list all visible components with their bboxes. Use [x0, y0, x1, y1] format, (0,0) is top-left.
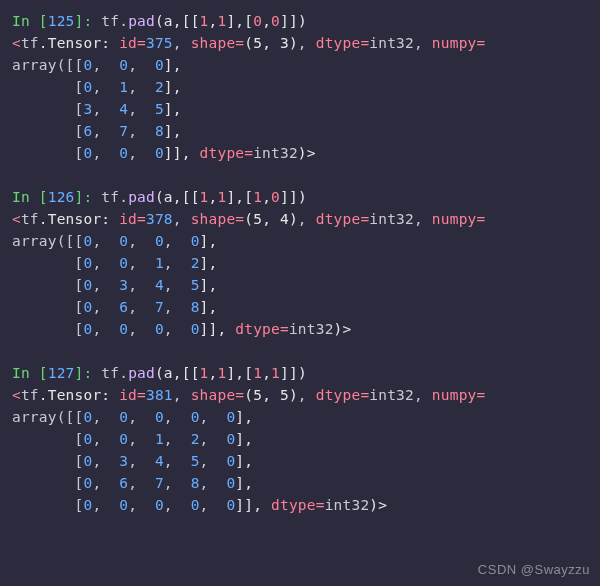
kw: dtype — [316, 387, 361, 403]
ident: tf — [21, 35, 39, 51]
prompt-label: In [ — [12, 365, 48, 381]
punct: , — [262, 365, 271, 381]
array-number: 0 — [119, 145, 128, 161]
array-number: 0 — [226, 453, 235, 469]
dot: . — [119, 365, 128, 381]
eq: = — [477, 35, 486, 51]
class-name: .Tensor: — [39, 35, 119, 51]
cell: In [125]: tf.pad(a,[[1,1],[0,0]])<tf.Ten… — [12, 10, 588, 164]
kw: numpy — [432, 35, 477, 51]
angle-bracket: < — [12, 35, 21, 51]
eq: = — [235, 387, 244, 403]
kw: id — [119, 387, 137, 403]
comma: , — [164, 497, 191, 513]
array-number: 2 — [155, 79, 164, 95]
number: 1 — [271, 365, 280, 381]
punct: (a,[[ — [155, 189, 200, 205]
kw: shape — [191, 211, 236, 227]
number: 0 — [271, 13, 280, 29]
row-open: [ — [12, 497, 83, 513]
ident: tf — [101, 13, 119, 29]
number: 1 — [253, 189, 262, 205]
func-name: pad — [128, 189, 155, 205]
row-open: [ — [12, 79, 83, 95]
comma: , — [164, 431, 191, 447]
array-number: 1 — [155, 431, 164, 447]
array-number: 0 — [119, 57, 128, 73]
code-line: In [125]: tf.pad(a,[[1,1],[0,0]]) — [12, 10, 588, 32]
code-line: [0, 0, 1, 2, 0], — [12, 428, 588, 450]
number: 1 — [200, 13, 209, 29]
array-number: 0 — [119, 431, 128, 447]
code-line: <tf.Tensor: id=378, shape=(5, 4), dtype=… — [12, 208, 588, 230]
ident: tf — [101, 189, 119, 205]
kw: dtype — [316, 35, 361, 51]
comma: , — [200, 497, 227, 513]
ident: tf — [101, 365, 119, 381]
comma: , — [414, 35, 432, 51]
number: 1 — [200, 189, 209, 205]
comma: , — [128, 431, 155, 447]
comma: , — [92, 431, 119, 447]
ident: tf — [21, 211, 39, 227]
array-number: 2 — [191, 431, 200, 447]
comma: , — [164, 233, 191, 249]
row-close: ], — [235, 409, 253, 425]
cell: In [127]: tf.pad(a,[[1,1],[1,1]])<tf.Ten… — [12, 362, 588, 516]
array-number: 0 — [191, 321, 200, 337]
array-number: 0 — [155, 409, 164, 425]
comma: , — [173, 211, 191, 227]
array-number: 4 — [119, 101, 128, 117]
row-close: ], — [200, 299, 218, 315]
array-number: 5 — [191, 453, 200, 469]
comma: , — [128, 321, 155, 337]
func-name: pad — [128, 13, 155, 29]
punct: ]]) — [280, 365, 307, 381]
prompt-label: ]: — [75, 189, 102, 205]
comma: , — [92, 145, 119, 161]
comma: , — [92, 123, 119, 139]
array-number: 0 — [226, 497, 235, 513]
shape: (5, 5) — [244, 387, 298, 403]
punct: (a,[[ — [155, 365, 200, 381]
array-number: 0 — [119, 321, 128, 337]
prompt-label: In [ — [12, 189, 48, 205]
array-number: 0 — [155, 321, 164, 337]
row-open: [ — [12, 145, 83, 161]
number: 375 — [146, 35, 173, 51]
class-name: .Tensor: — [39, 387, 119, 403]
row-close: ], — [164, 57, 182, 73]
comma: , — [92, 277, 119, 293]
comma: , — [92, 409, 119, 425]
array-number: 8 — [191, 299, 200, 315]
code-line: In [127]: tf.pad(a,[[1,1],[1,1]]) — [12, 362, 588, 384]
comma: , — [92, 79, 119, 95]
code-line: [3, 4, 5], — [12, 98, 588, 120]
prompt-number: 125 — [48, 13, 75, 29]
tensor-close: )> — [334, 321, 352, 337]
row-open: [ — [12, 299, 83, 315]
comma: , — [164, 277, 191, 293]
comma: , — [128, 255, 155, 271]
kw: shape — [191, 387, 236, 403]
comma: , — [92, 101, 119, 117]
array-head: array([[ — [12, 57, 83, 73]
code-line: In [126]: tf.pad(a,[[1,1],[1,0]]) — [12, 186, 588, 208]
eq: = — [280, 321, 289, 337]
code-line: [0, 0, 0, 0, 0]], dtype=int32)> — [12, 494, 588, 516]
kw: numpy — [432, 387, 477, 403]
comma: , — [200, 475, 227, 491]
eq: = — [137, 387, 146, 403]
array-number: 0 — [155, 145, 164, 161]
class-name: .Tensor: — [39, 211, 119, 227]
punct: , — [262, 13, 271, 29]
kw: dtype — [235, 321, 280, 337]
code-line: array([[0, 0, 0], — [12, 54, 588, 76]
number: 0 — [271, 189, 280, 205]
prompt-label: In [ — [12, 13, 48, 29]
array-number: 7 — [119, 123, 128, 139]
punct: ],[ — [226, 365, 253, 381]
comma: , — [164, 321, 191, 337]
array-number: 4 — [155, 277, 164, 293]
comma: , — [128, 453, 155, 469]
